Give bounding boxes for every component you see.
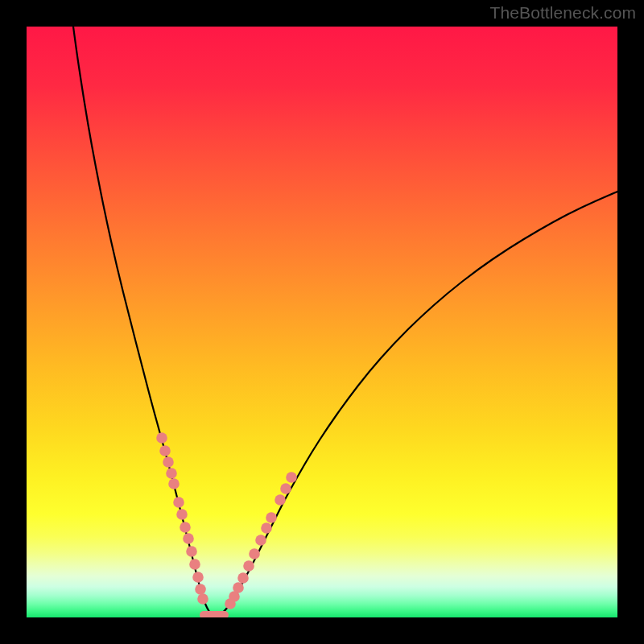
marker-dot [266, 512, 277, 523]
marker-dot [163, 456, 174, 468]
marker-dot [197, 593, 208, 605]
marker-dot [166, 468, 177, 479]
marker-dot [275, 494, 286, 506]
plot-area [27, 27, 617, 617]
marker-dot [183, 533, 194, 544]
marker-dot [156, 432, 167, 444]
marker-dot [192, 572, 204, 583]
marker-dot [168, 478, 180, 489]
marker-dot [233, 582, 244, 593]
marker-dot [255, 535, 266, 546]
marker-dot [286, 472, 297, 483]
marker-dot [186, 546, 197, 557]
marker-dot [176, 509, 188, 520]
marker-dot [195, 584, 206, 595]
marker-dot [280, 483, 291, 494]
watermark-text: TheBottleneck.com [490, 3, 636, 23]
marker-dot [173, 497, 184, 508]
marker-dot [180, 522, 191, 533]
gradient-background [27, 27, 617, 617]
chart-svg [27, 27, 617, 617]
marker-dot [159, 445, 171, 456]
marker-dot [261, 522, 272, 534]
marker-dot [243, 560, 254, 572]
marker-dot [249, 548, 260, 559]
frame: TheBottleneck.com [0, 0, 644, 644]
marker-dot [237, 572, 249, 584]
marker-dot [189, 559, 200, 570]
